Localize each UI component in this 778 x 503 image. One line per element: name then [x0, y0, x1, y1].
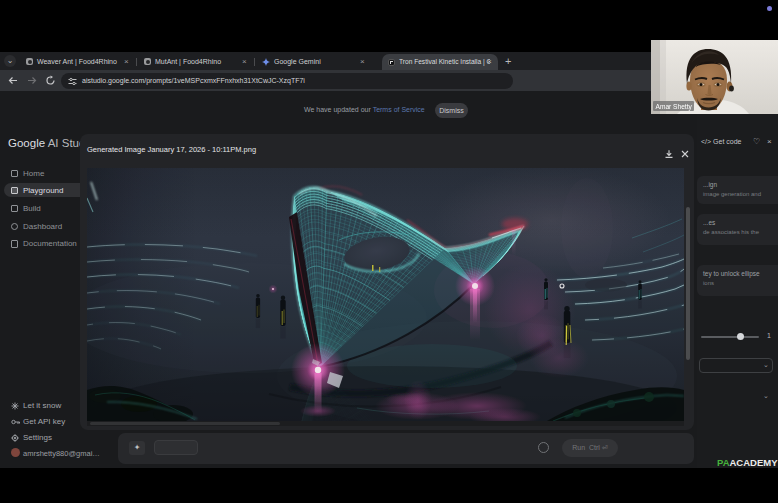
svg-text:Amar Shetty: Amar Shetty	[656, 103, 693, 111]
